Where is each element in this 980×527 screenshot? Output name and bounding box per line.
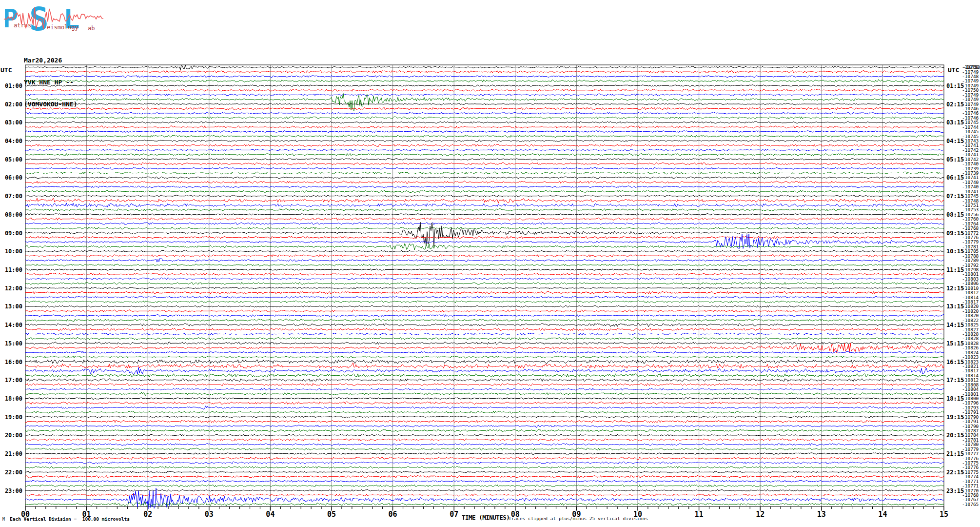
- right-hour-label-19:15: 19:15: [946, 414, 964, 421]
- x-label-02: 02: [143, 510, 152, 519]
- trace-row-91: [25, 480, 944, 482]
- trace-row-83: [25, 444, 944, 446]
- left-hour-label-13:00: 13:00: [5, 303, 22, 310]
- trace-row-45: [25, 269, 944, 271]
- right-hour-label-02:15: 02:15: [946, 101, 964, 108]
- trace-row-9: [25, 103, 944, 105]
- trace-row-93: [25, 489, 944, 491]
- trace-row-29: [25, 195, 944, 197]
- left-hour-label-08:00: 08:00: [5, 211, 22, 218]
- x-label-13: 13: [817, 510, 826, 519]
- x-label-12: 12: [756, 510, 764, 519]
- trace-row-74: [25, 402, 944, 404]
- trace-row-20: [25, 154, 944, 156]
- trace-row-41: [25, 250, 944, 252]
- trace-row-76: [25, 411, 944, 413]
- trace-row-40: [25, 243, 944, 250]
- trace-row-55: [25, 315, 944, 317]
- trace-row-30: [25, 198, 944, 203]
- trace-row-19: [25, 149, 944, 151]
- right-hour-label-17:15: 17:15: [946, 377, 964, 384]
- trace-row-25: [25, 177, 944, 179]
- trace-row-15: [25, 131, 944, 133]
- trace-row-75: [25, 406, 944, 410]
- right-hour-label-03:15: 03:15: [946, 119, 964, 126]
- trace-group: [25, 65, 944, 509]
- x-axis-ticks: [25, 507, 944, 511]
- right-hour-label-12:15: 12:15: [946, 285, 964, 292]
- trace-row-61: [25, 342, 944, 345]
- trace-row-72: [25, 392, 944, 396]
- left-hour-label-04:00: 04:00: [5, 138, 22, 144]
- trace-row-21: [25, 158, 944, 160]
- x-label-04: 04: [266, 510, 274, 519]
- trace-row-24: [25, 172, 944, 174]
- trace-row-84: [25, 448, 944, 450]
- trace-row-88: [25, 466, 944, 469]
- x-label-15: 15: [940, 510, 948, 519]
- trace-row-5: [25, 85, 944, 87]
- trace-row-43: [25, 258, 944, 262]
- trace-row-8: [25, 94, 944, 111]
- trace-row-14: [25, 126, 944, 128]
- trace-row-31: [25, 203, 944, 207]
- right-hour-label-08:15: 08:15: [946, 211, 964, 218]
- x-label-07: 07: [450, 510, 458, 519]
- trace-row-34: [25, 218, 944, 220]
- trace-row-18: [25, 144, 944, 146]
- left-hour-label-11:00: 11:00: [5, 266, 22, 273]
- trace-row-35: [25, 222, 944, 224]
- left-hour-label-01:00: 01:00: [5, 82, 22, 89]
- trace-row-79: [25, 425, 944, 428]
- left-hour-label-16:00: 16:00: [5, 359, 22, 365]
- trace-row-65: [25, 360, 944, 364]
- trace-row-64: [25, 356, 944, 358]
- trace-row-36: [25, 227, 944, 229]
- trace-row-4: [25, 80, 944, 83]
- left-hour-label-20:00: 20:00: [5, 432, 22, 439]
- x-label-03: 03: [205, 510, 214, 519]
- left-hour-label-07:00: 07:00: [5, 193, 22, 200]
- trace-row-62: [25, 343, 944, 353]
- trace-row-69: [25, 379, 944, 382]
- trace-row-7: [25, 94, 944, 96]
- trace-row-85: [25, 453, 944, 455]
- trace-row-27: [25, 186, 944, 188]
- left-hour-label-22:00: 22:00: [5, 469, 22, 476]
- trace-row-42: [25, 255, 944, 257]
- trace-row-50: [25, 291, 944, 294]
- trace-row-13: [25, 122, 944, 123]
- trace-row-89: [25, 471, 944, 473]
- x-label-06: 06: [389, 510, 397, 519]
- right-hour-label-07:15: 07:15: [946, 193, 964, 200]
- trace-row-77: [25, 416, 944, 418]
- trace-row-78: [25, 420, 944, 423]
- trace-row-60: [25, 338, 944, 340]
- left-hour-label-21:00: 21:00: [5, 450, 22, 457]
- right-hour-label-15:15: 15:15: [946, 340, 964, 347]
- right-hour-label-05:15: 05:15: [946, 156, 964, 163]
- trace-row-90: [25, 475, 944, 478]
- helicorder-plot: 0001020304050607080910111213141501:0002:…: [0, 0, 980, 527]
- trace-row-47: [25, 278, 944, 280]
- left-hour-label-23:00: 23:00: [5, 487, 22, 494]
- right-hour-label-04:15: 04:15: [946, 138, 964, 144]
- trace-row-37: [25, 222, 944, 246]
- trace-row-49: [25, 287, 944, 289]
- trace-row-3: [25, 76, 944, 78]
- x-label-05: 05: [327, 510, 336, 519]
- trace-row-56: [25, 319, 944, 322]
- division-note: Each Vertical Division = 100.00 microvol…: [10, 516, 130, 522]
- trace-row-22: [25, 162, 944, 165]
- trace-row-16: [25, 135, 944, 138]
- trace-row-26: [25, 181, 944, 183]
- right-hour-label-09:15: 09:15: [946, 230, 964, 237]
- right-hour-label-11:15: 11:15: [946, 266, 964, 273]
- trace-row-33: [25, 214, 944, 216]
- trace-offset-value: -10765: [962, 502, 979, 507]
- trace-row-44: [25, 264, 944, 266]
- left-hour-label-15:00: 15:00: [5, 340, 22, 347]
- left-hour-label-10:00: 10:00: [5, 248, 22, 255]
- left-hour-label-09:00: 09:00: [5, 230, 22, 237]
- trace-row-63: [25, 351, 944, 354]
